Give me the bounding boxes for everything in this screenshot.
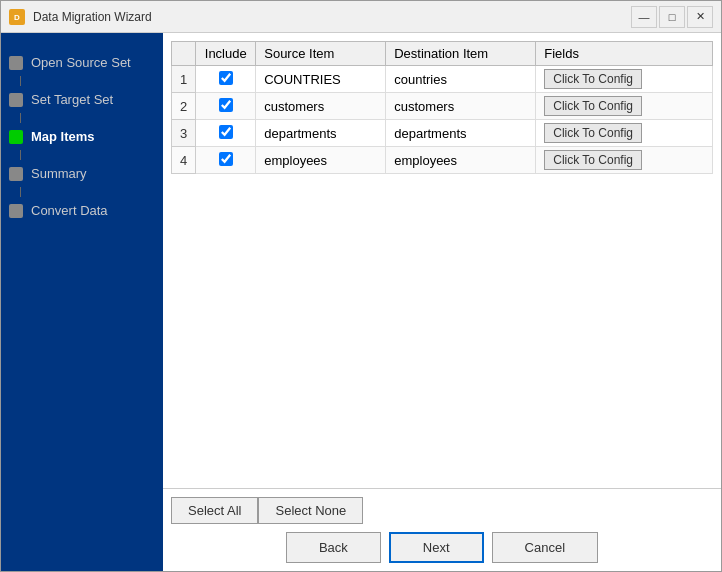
back-button[interactable]: Back xyxy=(286,532,381,563)
table-row: 3departmentsdepartmentsClick To Config xyxy=(172,120,713,147)
sidebar-item-map-items[interactable]: Map Items xyxy=(1,123,163,160)
map-items-indicator xyxy=(9,130,23,144)
main-window: D Data Migration Wizard — □ ✕ Open Sourc… xyxy=(0,0,722,572)
include-checkbox[interactable] xyxy=(219,71,233,85)
destination-item-cell: departments xyxy=(386,120,536,147)
fields-cell: Click To Config xyxy=(536,93,713,120)
app-icon: D xyxy=(9,9,25,25)
source-item-cell: departments xyxy=(256,120,386,147)
source-item-cell: customers xyxy=(256,93,386,120)
nav-buttons-group: Back Next Cancel xyxy=(171,532,713,563)
right-panel: Include Source Item Destination Item Fie… xyxy=(163,33,721,571)
sidebar: Open Source Set Set Target Set Map Items xyxy=(1,33,163,571)
fields-cell: Click To Config xyxy=(536,147,713,174)
col-fields: Fields xyxy=(536,42,713,66)
fields-cell: Click To Config xyxy=(536,120,713,147)
next-button[interactable]: Next xyxy=(389,532,484,563)
convert-data-indicator xyxy=(9,204,23,218)
close-button[interactable]: ✕ xyxy=(687,6,713,28)
include-cell xyxy=(196,93,256,120)
include-checkbox[interactable] xyxy=(219,125,233,139)
source-item-cell: employees xyxy=(256,147,386,174)
col-include: Include xyxy=(196,42,256,66)
map-items-label: Map Items xyxy=(31,129,95,144)
select-none-button[interactable]: Select None xyxy=(258,497,363,524)
fields-cell: Click To Config xyxy=(536,66,713,93)
destination-item-cell: employees xyxy=(386,147,536,174)
sidebar-item-convert-data[interactable]: Convert Data xyxy=(1,197,163,224)
set-target-set-label: Set Target Set xyxy=(31,92,113,107)
select-buttons-group: Select All Select None xyxy=(171,497,713,524)
sidebar-item-summary[interactable]: Summary xyxy=(1,160,163,197)
cancel-button[interactable]: Cancel xyxy=(492,532,598,563)
window-title: Data Migration Wizard xyxy=(33,10,631,24)
table-row: 1COUNTRIEScountriesClick To Config xyxy=(172,66,713,93)
row-num-cell: 3 xyxy=(172,120,196,147)
open-source-set-indicator xyxy=(9,56,23,70)
col-num xyxy=(172,42,196,66)
row-num-cell: 2 xyxy=(172,93,196,120)
svg-text:D: D xyxy=(14,13,20,22)
main-content: Open Source Set Set Target Set Map Items xyxy=(1,33,721,571)
destination-item-cell: countries xyxy=(386,66,536,93)
sidebar-item-set-target-set[interactable]: Set Target Set xyxy=(1,86,163,123)
table-row: 4employeesemployeesClick To Config xyxy=(172,147,713,174)
summary-label: Summary xyxy=(31,166,87,181)
include-cell xyxy=(196,147,256,174)
col-destination: Destination Item xyxy=(386,42,536,66)
sidebar-item-open-source-set[interactable]: Open Source Set xyxy=(1,41,163,86)
source-item-cell: COUNTRIES xyxy=(256,66,386,93)
click-to-config-button[interactable]: Click To Config xyxy=(544,96,642,116)
click-to-config-button[interactable]: Click To Config xyxy=(544,123,642,143)
include-checkbox[interactable] xyxy=(219,152,233,166)
include-checkbox[interactable] xyxy=(219,98,233,112)
destination-item-cell: customers xyxy=(386,93,536,120)
window-controls: — □ ✕ xyxy=(631,6,713,28)
maximize-button[interactable]: □ xyxy=(659,6,685,28)
row-num-cell: 4 xyxy=(172,147,196,174)
set-target-set-indicator xyxy=(9,93,23,107)
mapping-table: Include Source Item Destination Item Fie… xyxy=(171,41,713,174)
click-to-config-button[interactable]: Click To Config xyxy=(544,69,642,89)
title-bar: D Data Migration Wizard — □ ✕ xyxy=(1,1,721,33)
click-to-config-button[interactable]: Click To Config xyxy=(544,150,642,170)
row-num-cell: 1 xyxy=(172,66,196,93)
table-area: Include Source Item Destination Item Fie… xyxy=(163,33,721,488)
convert-data-label: Convert Data xyxy=(31,203,108,218)
col-source: Source Item xyxy=(256,42,386,66)
table-row: 2customerscustomersClick To Config xyxy=(172,93,713,120)
include-cell xyxy=(196,66,256,93)
bottom-area: Select All Select None Back Next Cancel xyxy=(163,488,721,571)
summary-indicator xyxy=(9,167,23,181)
open-source-set-label: Open Source Set xyxy=(31,55,131,70)
select-all-button[interactable]: Select All xyxy=(171,497,258,524)
minimize-button[interactable]: — xyxy=(631,6,657,28)
include-cell xyxy=(196,120,256,147)
